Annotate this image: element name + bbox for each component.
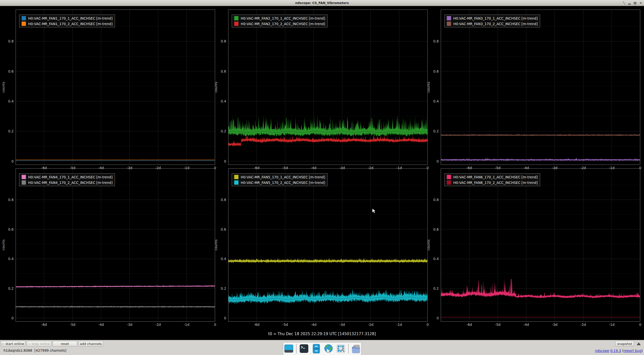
report-bug-link[interactable]: report bug bbox=[624, 349, 641, 353]
legend-label: H0:VAC-MR_FAN2_170_2_ACC_INCHSEC [m-tren… bbox=[241, 22, 325, 26]
legend-row: H0:VAC-MR_FAN6_170_1_ACC_INCHSEC [m-tren… bbox=[447, 175, 538, 179]
y-tick-label: 0.8 bbox=[213, 198, 226, 202]
legend-row: H0:VAC-MR_FAN1_170_1_ACC_INCHSEC [m-tren… bbox=[22, 16, 112, 20]
legend-row: H0:VAC-MR_FAN1_170_2_ACC_INCHSEC [m-tren… bbox=[22, 22, 112, 26]
y-tick-label: 0 bbox=[426, 316, 439, 320]
legend[interactable]: H0:VAC-MR_FAN5_170_1_ACC_INCHSEC [m-tren… bbox=[232, 173, 328, 186]
shade-icon[interactable]: ╲ bbox=[623, 0, 625, 6]
legend-swatch bbox=[447, 16, 451, 20]
legend-label: H0:VAC-MR_FAN1_170_2_ACC_INCHSEC [m-tren… bbox=[28, 22, 112, 26]
legend-swatch bbox=[234, 16, 238, 20]
legend-label: H0:VAC-MR_FAN4_170_1_ACC_INCHSEC [m-tren… bbox=[28, 175, 112, 179]
plot-FAN1[interactable]: counts00.20.40.60.8-6d-5d-4d-3d-2d-1d0H0… bbox=[0, 10, 216, 171]
x-tick-label: 0 bbox=[635, 323, 641, 327]
file-manager-icon[interactable] bbox=[351, 344, 361, 354]
file-cabinet-icon[interactable] bbox=[311, 344, 321, 354]
series-band bbox=[441, 158, 640, 161]
minimize-icon[interactable] bbox=[628, 4, 631, 5]
reset-button[interactable]: reset bbox=[53, 341, 77, 346]
version-link[interactable]: 0.19.3 bbox=[610, 349, 621, 353]
plot-border bbox=[441, 169, 640, 322]
stop-online-button[interactable]: ◻ stop online bbox=[27, 341, 51, 346]
y-tick-label: 0.6 bbox=[1, 227, 14, 231]
y-tick-label: 0.2 bbox=[213, 129, 226, 133]
legend-label: H0:VAC-MR_FAN3_170_2_ACC_INCHSEC [m-tren… bbox=[453, 22, 538, 26]
y-tick-label: 0 bbox=[1, 159, 14, 163]
plot-FAN4[interactable]: counts00.20.40.60.8-6d-5d-4d-3d-2d-1d0H0… bbox=[0, 168, 216, 328]
series-band bbox=[16, 306, 215, 308]
y-tick-label: 0.2 bbox=[426, 129, 439, 133]
plot-canvas-FAN2[interactable] bbox=[228, 10, 428, 165]
legend-row: H0:VAC-MR_FAN4_170_1_ACC_INCHSEC [m-tren… bbox=[22, 175, 112, 179]
y-tick-label: 0.2 bbox=[1, 129, 14, 133]
x-tick-label: -6d bbox=[464, 323, 475, 327]
app-finder-icon[interactable] bbox=[336, 344, 346, 354]
y-tick-label: 0 bbox=[1, 316, 14, 320]
legend[interactable]: H0:VAC-MR_FAN3_170_1_ACC_INCHSEC [m-tren… bbox=[444, 15, 540, 27]
legend-swatch bbox=[447, 175, 451, 179]
y-tick-label: 0.2 bbox=[1, 286, 14, 290]
legend-label: H0:VAC-MR_FAN2_170_1_ACC_INCHSEC [m-tren… bbox=[241, 16, 325, 20]
plot-canvas-FAN3[interactable] bbox=[441, 10, 640, 165]
y-tick-label: 0 bbox=[213, 159, 226, 163]
x-tick-label: -5d bbox=[280, 323, 291, 327]
y-axis-label: counts bbox=[1, 10, 6, 165]
mouse-cursor bbox=[372, 208, 376, 214]
ndscope-link[interactable]: ndscope bbox=[595, 349, 609, 353]
x-tick-label: -3d bbox=[337, 323, 348, 327]
web-browser-icon[interactable] bbox=[324, 344, 334, 354]
legend-row: H0:VAC-MR_FAN4_170_2_ACC_INCHSEC [m-tren… bbox=[22, 180, 112, 185]
footer-links: ndscope 0.19.3 (report bug) bbox=[595, 349, 643, 353]
y-tick-label: 0.6 bbox=[213, 227, 226, 231]
x-tick-label: -6d bbox=[251, 323, 262, 327]
plot-border bbox=[16, 169, 215, 322]
plot-canvas-FAN5[interactable] bbox=[228, 168, 428, 322]
close-icon[interactable]: ✕ bbox=[639, 0, 642, 6]
play-icon: ▷ bbox=[2, 342, 4, 345]
legend-row: H0:VAC-MR_FAN3_170_2_ACC_INCHSEC [m-tren… bbox=[447, 22, 538, 26]
x-tick-label: -1d bbox=[606, 323, 617, 327]
start-online-button[interactable]: ▷ start online bbox=[1, 341, 25, 346]
y-tick-label: 0.4 bbox=[213, 99, 226, 103]
x-tick-label: -1d bbox=[181, 323, 192, 327]
x-tick-label: -3d bbox=[124, 323, 135, 327]
desktop-dock bbox=[283, 342, 361, 355]
y-axis-label: counts bbox=[426, 10, 431, 165]
y-axis-label: counts bbox=[426, 168, 431, 322]
legend[interactable]: H0:VAC-MR_FAN1_170_1_ACC_INCHSEC [m-tren… bbox=[19, 15, 115, 27]
legend-label: H0:VAC-MR_FAN6_170_1_ACC_INCHSEC [m-tren… bbox=[453, 175, 538, 179]
plot-canvas-FAN4[interactable] bbox=[16, 168, 215, 322]
plot-border bbox=[441, 10, 640, 165]
maximize-icon[interactable] bbox=[634, 2, 636, 4]
terminal-icon[interactable] bbox=[299, 344, 309, 354]
plot-FAN3[interactable]: counts00.20.40.60.8-6d-5d-4d-3d-2d-1d0H0… bbox=[425, 10, 641, 171]
plot-canvas-FAN6[interactable] bbox=[441, 168, 640, 322]
legend-swatch bbox=[234, 22, 238, 26]
plot-canvas-FAN1[interactable] bbox=[16, 10, 215, 165]
legend-row: H0:VAC-MR_FAN2_170_2_ACC_INCHSEC [m-tren… bbox=[234, 22, 325, 26]
show-desktop-icon[interactable] bbox=[284, 344, 294, 354]
x-tick-label: -5d bbox=[492, 323, 503, 327]
plot-FAN2[interactable]: counts00.20.40.60.8-6d-5d-4d-3d-2d-1d0H0… bbox=[213, 10, 429, 171]
panel-expand-arrow-icon[interactable] bbox=[637, 342, 641, 345]
x-tick-label: -5d bbox=[67, 323, 78, 327]
legend-row: H0:VAC-MR_FAN5_170_1_ACC_INCHSEC [m-tren… bbox=[234, 175, 325, 179]
legend[interactable]: H0:VAC-MR_FAN6_170_1_ACC_INCHSEC [m-tren… bbox=[444, 173, 540, 186]
add-channels-button[interactable]: add channels bbox=[78, 341, 103, 346]
plot-FAN6[interactable]: counts00.20.40.60.8-6d-5d-4d-3d-2d-1d0H0… bbox=[425, 168, 641, 328]
plot-FAN5[interactable]: counts00.20.40.60.8-6d-5d-4d-3d-2d-1d0H0… bbox=[213, 168, 429, 328]
y-tick-label: 0.6 bbox=[426, 227, 439, 231]
legend-swatch bbox=[22, 180, 26, 185]
legend-row: H0:VAC-MR_FAN6_170_2_ACC_INCHSEC [m-tren… bbox=[447, 180, 538, 185]
legend-swatch bbox=[234, 180, 238, 185]
y-tick-label: 0 bbox=[213, 316, 226, 320]
legend[interactable]: H0:VAC-MR_FAN4_170_1_ACC_INCHSEC [m-tren… bbox=[19, 173, 115, 186]
y-tick-label: 0.6 bbox=[426, 69, 439, 73]
legend-swatch bbox=[22, 22, 26, 26]
y-tick-label: 0.6 bbox=[1, 69, 14, 73]
ndscope-window: ndscope: CS_FAN_Vibrometers ╲ ✕ t0 = Thu… bbox=[0, 0, 644, 355]
legend-label: H0:VAC-MR_FAN1_170_1_ACC_INCHSEC [m-tren… bbox=[28, 16, 112, 20]
legend-row: H0:VAC-MR_FAN3_170_1_ACC_INCHSEC [m-tren… bbox=[447, 16, 538, 20]
legend[interactable]: H0:VAC-MR_FAN2_170_1_ACC_INCHSEC [m-tren… bbox=[232, 15, 328, 27]
snapshot-button[interactable]: snapshot bbox=[615, 341, 634, 346]
